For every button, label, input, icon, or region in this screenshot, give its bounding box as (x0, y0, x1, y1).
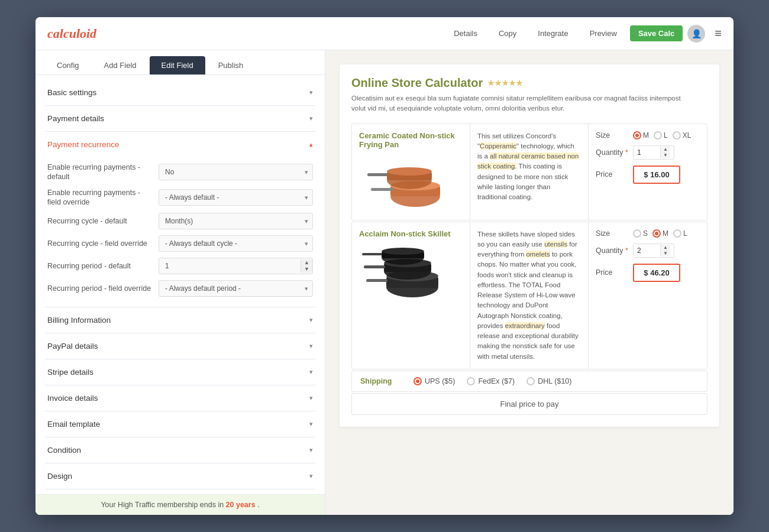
qty-spin-up-skillet[interactable]: ▲ (661, 245, 670, 251)
spin-up-period-default[interactable]: ▲ (301, 259, 312, 266)
tab-config[interactable]: Config (45, 56, 91, 74)
qty-field-frying-pan[interactable] (634, 146, 660, 159)
control-row-size-frying-pan: Size M L (596, 131, 700, 140)
shipping-label: Shipping (360, 377, 402, 385)
control-row-qty-skillet: Quantity * ▲ ▼ (596, 244, 700, 258)
membership-highlight: 20 years (226, 501, 256, 509)
radio-dot-m-frying-pan (633, 131, 641, 140)
final-price-label: Final price to pay (500, 400, 559, 408)
accordion-header-email-template[interactable]: Email template ▾ (45, 411, 315, 437)
qty-spin-up-frying-pan[interactable]: ▲ (661, 147, 670, 153)
size-option-l-frying-pan[interactable]: L (654, 131, 668, 140)
copy-button[interactable]: Copy (490, 25, 525, 41)
size-option-xl-frying-pan[interactable]: XL (673, 131, 692, 140)
select-cycle-override[interactable]: - Always default cycle - (159, 235, 313, 252)
accordion-billing: Billing Information ▾ (45, 307, 315, 333)
preview-button[interactable]: Preview (581, 25, 625, 41)
field-label-recurring-override: Enable recurring payments - field overri… (47, 188, 154, 207)
product-image-skillet (359, 243, 442, 302)
chevron-down-icon: ▾ (309, 368, 313, 376)
tab-edit-field[interactable]: Edit Field (150, 56, 205, 74)
logo: calculoid (47, 26, 96, 41)
select-wrapper-cycle-override: - Always default cycle - (159, 235, 313, 252)
select-recurring-override[interactable]: - Always default - (159, 189, 313, 206)
shipping-dhl-label: DHL ($10) (538, 377, 571, 385)
accordion-header-invoice[interactable]: Invoice details ▾ (45, 385, 315, 411)
size-option-s-skillet[interactable]: S (633, 229, 648, 238)
menu-icon[interactable]: ≡ (715, 27, 722, 40)
select-period-override[interactable]: - Always default period - (159, 280, 313, 297)
accordion-header-design[interactable]: Design ▾ (45, 463, 315, 489)
accordion-content-payment-recurrence: Enable recurring payments - default No Y… (45, 157, 315, 307)
accordion-header-billing[interactable]: Billing Information ▾ (45, 307, 315, 333)
accordion-header-stripe[interactable]: Stripe details ▾ (45, 359, 315, 385)
product-desc-text-skillet: These skillets have sloped sides so you … (477, 231, 579, 360)
select-recurring-default[interactable]: No Yes (159, 164, 313, 180)
svg-point-6 (387, 167, 432, 176)
integrate-button[interactable]: Integrate (529, 25, 576, 41)
radio-dot-dhl (526, 377, 535, 385)
size-option-m-skillet[interactable]: M (652, 229, 668, 238)
field-label-period-default: Recurring period - default (47, 261, 154, 271)
spin-down-period-default[interactable]: ▼ (301, 266, 312, 273)
accordion-design: Design ▾ (45, 463, 315, 489)
user-avatar[interactable]: 👤 (687, 25, 705, 43)
calculator-title: Online Store Calculator (351, 76, 483, 90)
product-controls-frying-pan: Size M L (589, 124, 707, 220)
accordion: Basic settings ▾ Payment details ▾ Payme… (35, 75, 325, 494)
accordion-basic-settings: Basic settings ▾ (45, 80, 315, 106)
right-panel: Online Store Calculator ★★★★★ Olecatisim… (325, 50, 734, 515)
shipping-fedex-label: FedEx ($7) (478, 377, 515, 385)
accordion-label-payment-recurrence: Payment recurrence (47, 140, 119, 149)
radio-dot-l-skillet (673, 229, 681, 238)
svg-point-18 (382, 248, 424, 255)
details-button[interactable]: Details (445, 25, 486, 41)
svg-rect-7 (367, 173, 387, 176)
accordion-header-basic-settings[interactable]: Basic settings ▾ (45, 80, 315, 105)
accordion-label-basic-settings: Basic settings (47, 88, 96, 97)
qty-spinners-frying-pan: ▲ ▼ (660, 147, 670, 158)
radio-dot-fedex (467, 377, 475, 385)
shipping-row: Shipping UPS ($5) FedEx ($7) DHL ($10) (360, 377, 699, 385)
period-default-input[interactable] (159, 258, 301, 274)
shipping-option-ups[interactable]: UPS ($5) (413, 377, 455, 385)
control-row-size-skillet: Size S M (596, 229, 700, 238)
accordion-header-condition[interactable]: Condition ▾ (45, 437, 315, 463)
select-wrapper-period-override: - Always default period - (159, 280, 313, 297)
accordion-payment-details: Payment details ▾ (45, 106, 315, 132)
size-option-l-skillet[interactable]: L (673, 229, 687, 238)
qty-input-skillet: ▲ ▼ (633, 244, 674, 258)
top-nav: Details Copy Integrate Preview Save Calc… (445, 25, 722, 43)
svg-rect-15 (364, 265, 385, 268)
size-label-skillet: Size (596, 229, 628, 238)
chevron-down-icon: ▾ (309, 89, 313, 96)
qty-label-skillet: Quantity * (596, 246, 628, 255)
field-label-cycle-default: Recurring cycle - default (47, 216, 154, 226)
tab-add-field[interactable]: Add Field (92, 56, 148, 74)
svg-rect-3 (371, 188, 393, 191)
radio-dot-ups (413, 377, 422, 385)
accordion-header-payment-details[interactable]: Payment details ▾ (45, 106, 315, 131)
shipping-option-dhl[interactable]: DHL ($10) (526, 377, 571, 385)
shipping-option-fedex[interactable]: FedEx ($7) (467, 377, 515, 385)
field-control-recurring-override: - Always default - (159, 189, 313, 206)
qty-spin-down-frying-pan[interactable]: ▼ (661, 153, 670, 158)
size-label-l: L (664, 131, 668, 140)
qty-label-frying-pan: Quantity * (596, 148, 628, 157)
accordion-header-payment-recurrence[interactable]: Payment recurrence ▴ (45, 132, 315, 157)
skillet-svg (359, 243, 442, 302)
select-cycle-default[interactable]: Month(s) Day(s) Year(s) (159, 213, 313, 229)
accordion-header-paypal[interactable]: PayPal details ▾ (45, 333, 315, 359)
product-image-cell-frying-pan: Ceramic Coated Non-stick Frying Pan (352, 124, 470, 220)
size-radio-group-frying-pan: M L XL (633, 131, 691, 140)
size-option-m-frying-pan[interactable]: M (633, 131, 649, 140)
qty-spin-down-skillet[interactable]: ▼ (661, 251, 670, 257)
radio-dot-m-skillet (652, 229, 661, 238)
accordion-payment-recurrence: Payment recurrence ▴ Enable recurring pa… (45, 132, 315, 307)
accordion-label-design: Design (47, 472, 72, 481)
qty-field-skillet[interactable] (634, 244, 660, 257)
tab-publish[interactable]: Publish (206, 56, 256, 74)
save-button[interactable]: Save Calc (630, 25, 683, 41)
membership-suffix: . (257, 501, 259, 509)
size-label-xl: XL (683, 131, 692, 140)
